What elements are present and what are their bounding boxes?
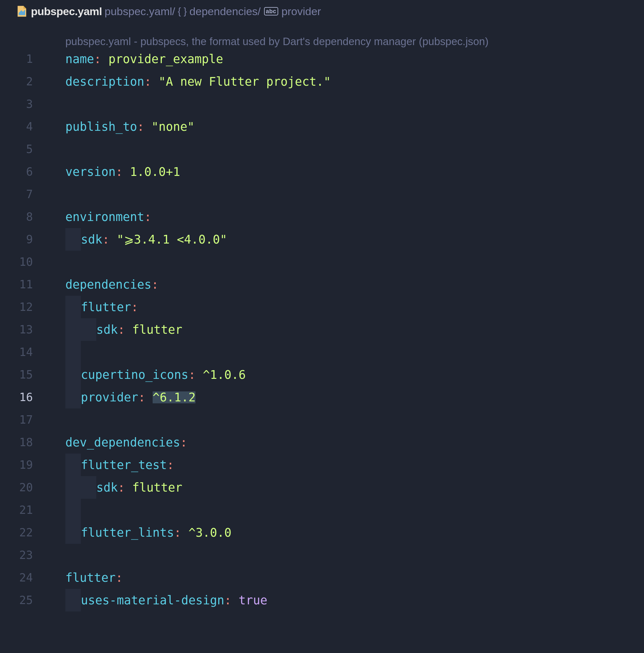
code-container[interactable]: 1name: provider_example2description: "A … — [0, 48, 644, 611]
token: : — [224, 595, 231, 606]
code-content[interactable]: environment: — [45, 211, 151, 223]
code-content[interactable]: flutter: — [45, 572, 123, 584]
line-number: 8 — [0, 211, 45, 223]
breadcrumb-file-path[interactable]: pubspec.yaml/ — [105, 5, 175, 18]
line-number: 6 — [0, 166, 45, 177]
code-line[interactable]: 12flutter: — [0, 296, 644, 318]
token: flutter_lints — [81, 527, 174, 539]
token: : — [144, 211, 151, 223]
line-number: 18 — [0, 437, 45, 448]
token: : — [151, 279, 158, 291]
token: name — [65, 53, 94, 65]
code-line[interactable]: 24flutter: — [0, 566, 644, 589]
code-line[interactable]: 11dependencies: — [0, 273, 644, 296]
line-number: 13 — [0, 324, 45, 335]
code-content[interactable]: dev_dependencies: — [45, 436, 188, 449]
indent-guide — [65, 589, 81, 611]
code-line[interactable]: 4publish_to: "none" — [0, 115, 644, 138]
line-number: 12 — [0, 301, 45, 313]
code-content[interactable]: dependencies: — [45, 279, 159, 291]
code-line[interactable]: 23 — [0, 544, 644, 566]
code-content[interactable]: cupertino_icons: ^1.0.6 — [45, 363, 246, 386]
token: ^6.1.2 — [153, 391, 196, 403]
code-content[interactable]: sdk: flutter — [45, 476, 182, 499]
token: : — [189, 369, 195, 381]
code-line[interactable]: 8environment: — [0, 205, 644, 228]
code-line[interactable]: 19flutter_test: — [0, 454, 644, 476]
code-line[interactable]: 2description: "A new Flutter project." — [0, 70, 644, 93]
line-number: 5 — [0, 144, 45, 155]
editor-area[interactable]: pubspec.yaml - pubspecs, the format used… — [0, 23, 644, 611]
code-content[interactable]: version: 1.0.0+1 — [45, 166, 180, 178]
code-content[interactable]: sdk: flutter — [45, 318, 182, 341]
code-content[interactable]: flutter_lints: ^3.0.0 — [45, 521, 231, 544]
line-number: 4 — [0, 121, 45, 132]
indent-guide — [65, 296, 81, 318]
code-content[interactable]: name: provider_example — [45, 53, 223, 65]
code-content[interactable]: provider: ^6.1.2 — [45, 386, 195, 409]
token: environment — [65, 211, 144, 223]
token: version — [65, 166, 116, 178]
token: "none" — [151, 121, 195, 133]
code-line[interactable]: 15cupertino_icons: ^1.0.6 — [0, 363, 644, 386]
indent-guide — [65, 499, 81, 521]
token: : — [180, 436, 187, 449]
token: : — [94, 53, 101, 65]
code-line[interactable]: 21 — [0, 499, 644, 521]
code-line[interactable]: 10 — [0, 251, 644, 273]
line-number: 20 — [0, 482, 45, 493]
line-number: 7 — [0, 189, 45, 200]
code-line[interactable]: 1name: provider_example — [0, 48, 644, 70]
code-content[interactable] — [45, 499, 81, 521]
token — [151, 76, 158, 88]
code-line[interactable]: 17 — [0, 409, 644, 431]
indent-guide — [65, 363, 81, 386]
breadcrumb-segment-provider[interactable]: provider — [281, 5, 321, 18]
code-line[interactable]: 14 — [0, 341, 644, 363]
line-number: 1 — [0, 53, 45, 65]
code-content[interactable]: sdk: "⩾3.4.1 <4.0.0" — [45, 228, 227, 251]
code-line[interactable]: 3 — [0, 93, 644, 115]
token: "A new Flutter project." — [159, 76, 331, 88]
code-line[interactable]: 22flutter_lints: ^3.0.0 — [0, 521, 644, 544]
code-line[interactable]: 6version: 1.0.0+1 — [0, 161, 644, 183]
code-line[interactable]: 16provider: ^6.1.2 — [0, 386, 644, 409]
code-content[interactable]: publish_to: "none" — [45, 121, 195, 133]
breadcrumb-segment-dependencies[interactable]: dependencies/ — [189, 5, 261, 18]
indent-guide — [81, 476, 96, 499]
line-number: 9 — [0, 234, 45, 245]
code-content[interactable]: flutter_test: — [45, 454, 174, 476]
code-content[interactable]: flutter: — [45, 296, 138, 318]
code-line[interactable]: 7 — [0, 183, 644, 205]
token — [181, 527, 189, 539]
line-number: 14 — [0, 347, 45, 358]
token: "⩾3.4.1 <4.0.0" — [117, 234, 227, 245]
token: publish_to — [65, 121, 137, 133]
token: : — [118, 482, 125, 493]
token: provider — [81, 391, 138, 403]
indent-guide — [65, 341, 81, 363]
code-content[interactable]: uses-material-design: true — [45, 589, 267, 611]
line-number: 19 — [0, 459, 45, 471]
token: : — [116, 572, 123, 584]
code-content[interactable] — [45, 341, 81, 363]
token: flutter — [132, 324, 182, 336]
token: provider_example — [108, 53, 223, 65]
code-line[interactable]: 13sdk: flutter — [0, 318, 644, 341]
token — [101, 53, 108, 65]
code-line[interactable]: 5 — [0, 138, 644, 161]
token: : — [137, 121, 144, 133]
token: flutter — [65, 572, 116, 584]
inline-schema-hint: pubspec.yaml - pubspecs, the format used… — [0, 35, 644, 48]
code-content[interactable]: description: "A new Flutter project." — [45, 76, 331, 88]
indent-guide — [65, 228, 81, 251]
code-line[interactable]: 9sdk: "⩾3.4.1 <4.0.0" — [0, 228, 644, 251]
breadcrumb-file-active[interactable]: pubspec.yaml — [31, 5, 102, 18]
token: uses-material-design — [81, 595, 224, 606]
token — [195, 369, 202, 381]
token: 1.0.0+1 — [130, 166, 180, 178]
code-line[interactable]: 25uses-material-design: true — [0, 589, 644, 611]
code-line[interactable]: 18dev_dependencies: — [0, 431, 644, 454]
indent-guide — [81, 318, 96, 341]
code-line[interactable]: 20sdk: flutter — [0, 476, 644, 499]
